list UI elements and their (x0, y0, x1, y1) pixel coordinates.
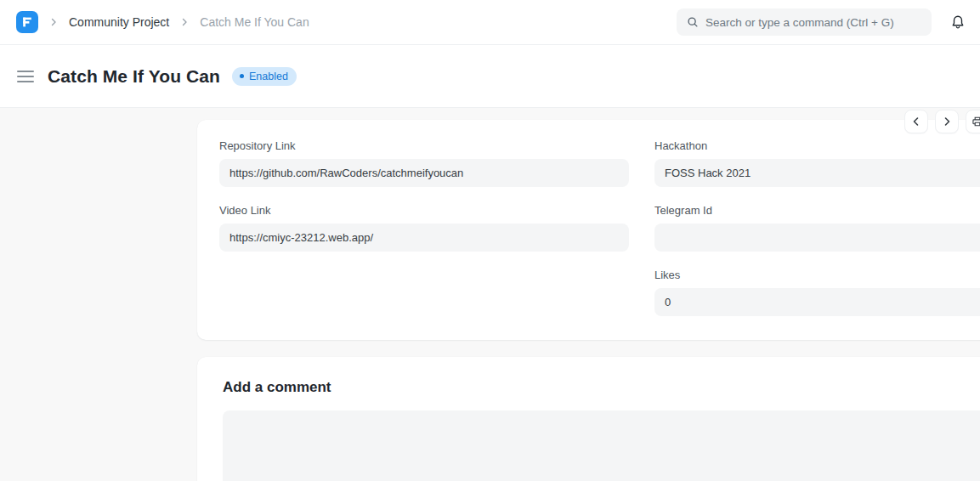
field-telegram-id: Telegram Id (654, 204, 980, 252)
likes-label: Likes (654, 269, 980, 281)
form-column-right: Hackathon Telegram Id Likes (654, 139, 980, 316)
breadcrumb-item-current: Catch Me If You Can (200, 15, 309, 29)
breadcrumb-item-community-project[interactable]: Community Project (69, 15, 169, 29)
printer-icon (972, 116, 980, 127)
chevron-right-icon (48, 17, 59, 27)
status-badge-label: Enabled (249, 71, 288, 82)
global-search[interactable] (677, 8, 932, 36)
previous-document-button[interactable] (904, 110, 928, 133)
breadcrumb: Community Project Catch Me If You Can (16, 11, 309, 33)
field-likes: Likes (654, 269, 980, 316)
bell-icon (950, 14, 966, 30)
frappe-f-icon (20, 15, 34, 29)
comments-heading: Add a comment (223, 379, 980, 396)
video-link-input[interactable] (219, 224, 629, 252)
telegram-id-input[interactable] (654, 224, 980, 252)
comment-input[interactable] (223, 410, 980, 481)
form-card: Repository Link Video Link Hackathon Tel… (197, 120, 980, 340)
app-window: Community Project Catch Me If You Can (0, 0, 980, 481)
page-header: Catch Me If You Can Enabled (0, 45, 980, 108)
frappe-logo[interactable] (16, 11, 38, 33)
header-action-buttons (904, 110, 980, 133)
chevron-right-icon (179, 17, 190, 27)
next-document-button[interactable] (935, 110, 959, 133)
hackathon-label: Hackathon (654, 139, 980, 152)
status-badge: Enabled (232, 67, 297, 86)
field-hackathon: Hackathon (654, 139, 980, 187)
repository-link-label: Repository Link (219, 139, 629, 152)
notifications-button[interactable] (949, 13, 967, 31)
chevron-left-icon (911, 116, 921, 127)
telegram-id-label: Telegram Id (654, 204, 980, 217)
comments-card: Add a comment (197, 357, 980, 481)
top-navbar: Community Project Catch Me If You Can (0, 0, 980, 45)
video-link-label: Video Link (219, 204, 629, 217)
status-dot (240, 74, 244, 78)
field-repository-link: Repository Link (219, 139, 629, 187)
hackathon-input[interactable] (654, 159, 980, 187)
form-column-left: Repository Link Video Link (219, 139, 629, 316)
likes-input[interactable] (654, 288, 980, 316)
page-title: Catch Me If You Can (48, 66, 220, 87)
repository-link-input[interactable] (219, 159, 629, 187)
sidebar-toggle-icon[interactable] (17, 71, 34, 82)
chevron-right-icon (942, 116, 952, 127)
search-input[interactable] (705, 16, 921, 29)
navbar-actions (677, 8, 967, 36)
search-icon (687, 16, 699, 28)
form-grid: Repository Link Video Link Hackathon Tel… (219, 139, 980, 316)
page-body: Repository Link Video Link Hackathon Tel… (0, 108, 980, 481)
print-button[interactable] (966, 110, 980, 133)
field-video-link: Video Link (219, 204, 629, 252)
